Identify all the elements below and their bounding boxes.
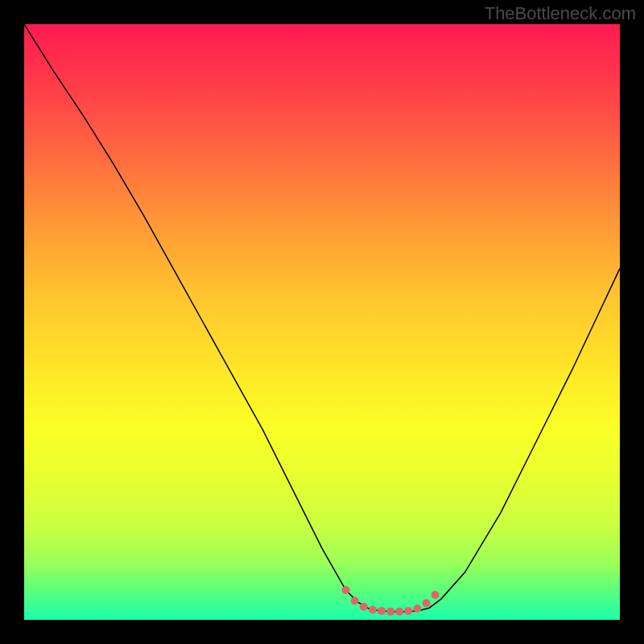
flat-dot: [342, 586, 350, 594]
flat-dot: [413, 605, 421, 613]
flat-region-dots: [342, 586, 440, 616]
flat-dot: [378, 607, 386, 615]
chart-svg: [24, 24, 620, 620]
flat-dot: [351, 597, 359, 605]
flat-dot: [369, 605, 377, 613]
flat-dot: [360, 603, 368, 611]
flat-dot: [423, 599, 431, 607]
flat-dot: [431, 591, 440, 599]
flat-dot: [386, 608, 394, 616]
flat-dot: [404, 607, 412, 615]
chart-plot-area: [24, 24, 620, 620]
flat-dot: [395, 608, 403, 616]
watermark-text: TheBottleneck.com: [485, 3, 636, 24]
bottleneck-curve: [24, 24, 620, 612]
